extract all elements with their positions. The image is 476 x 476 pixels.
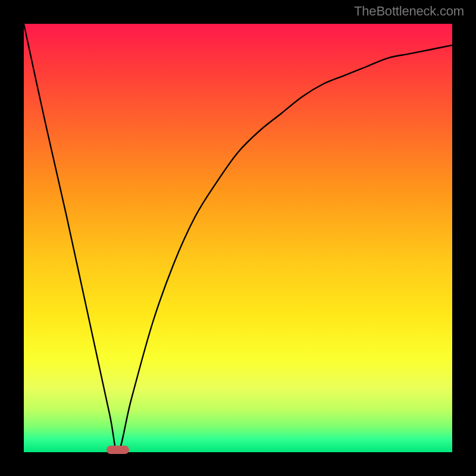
chart-frame: TheBottleneck.com <box>0 0 476 476</box>
watermark-label: TheBottleneck.com <box>354 4 464 19</box>
curve-container <box>24 24 452 452</box>
optimal-marker <box>107 446 129 454</box>
plot-area <box>24 24 452 452</box>
bottleneck-curve <box>24 24 452 452</box>
